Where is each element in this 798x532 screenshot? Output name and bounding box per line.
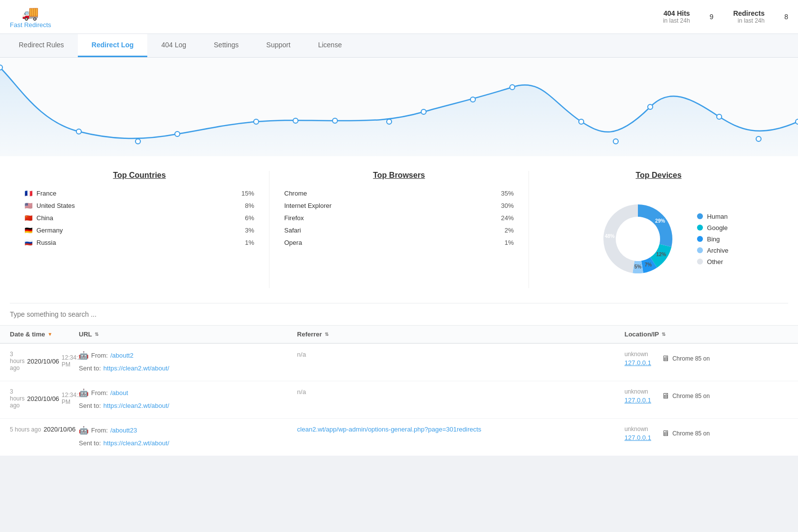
country-row: 🇫🇷 France 15%	[25, 190, 254, 197]
svg-point-4	[254, 119, 259, 124]
country-label: United States	[36, 202, 75, 209]
country-label: Russia	[36, 239, 56, 246]
tab-support[interactable]: Support	[253, 34, 304, 57]
search-input[interactable]	[10, 310, 788, 318]
top-countries: Top Countries 🇫🇷 France 15% 🇺🇸 United St…	[10, 171, 269, 288]
legend-label: Archive	[707, 247, 728, 254]
donut-label: 7%	[645, 262, 652, 267]
tab-license[interactable]: License	[304, 34, 356, 57]
referrer-na: n/a	[297, 388, 306, 396]
url-to-link[interactable]: https://clean2.wt/about/	[103, 402, 169, 409]
legend-item: Bing	[697, 235, 728, 243]
log-location: unknown 127.0.0.1 🖥 Chrome 85 on	[625, 351, 788, 366]
legend-dot	[697, 225, 703, 231]
location-label: unknown	[625, 388, 651, 395]
location-label: unknown	[625, 426, 651, 432]
hits-stat: 404 Hits in last 24h	[663, 9, 690, 24]
search-area[interactable]	[0, 303, 798, 326]
browser-name: Chrome	[284, 190, 307, 197]
country-name: 🇺🇸 United States	[25, 202, 75, 209]
stats-section: Top Countries 🇫🇷 France 15% 🇺🇸 United St…	[0, 156, 798, 303]
location-label: unknown	[625, 351, 651, 358]
sort-icon-url: ⇅	[95, 332, 99, 337]
header: 🚚 Fast Redirects 404 Hits in last 24h 9 …	[0, 0, 798, 34]
browser-name: Opera	[284, 239, 302, 246]
country-pct: 6%	[245, 214, 254, 222]
svg-point-7	[387, 119, 392, 124]
country-pct: 8%	[245, 202, 254, 209]
tab-redirect-log[interactable]: Redirect Log	[78, 34, 148, 57]
url-to: Sent to: https://clean2.wt/about/	[79, 365, 169, 372]
country-row: 🇷🇺 Russia 1%	[25, 239, 254, 246]
url-to-link[interactable]: https://clean2.wt/about/	[103, 439, 169, 447]
top-countries-title: Top Countries	[25, 171, 254, 180]
tab-redirect-rules[interactable]: Redirect Rules	[5, 34, 78, 57]
country-flag: 🇫🇷	[25, 190, 33, 197]
browser-pct: 2%	[504, 227, 514, 234]
col-header-url[interactable]: URL ⇅	[79, 331, 297, 338]
country-label: France	[36, 190, 56, 197]
browser-row: Firefox 24%	[284, 214, 514, 222]
device-label: Chrome 85 on	[672, 393, 710, 399]
url-from-link[interactable]: /about	[110, 389, 128, 397]
logo: 🚚 Fast Redirects	[10, 5, 51, 29]
legend-dot	[697, 236, 703, 242]
svg-point-1	[76, 129, 81, 134]
tab-404-log[interactable]: 404 Log	[147, 34, 200, 57]
browser-row: Safari 2%	[284, 227, 514, 234]
location-ip[interactable]: 127.0.0.1	[625, 434, 651, 441]
legend-item: Google	[697, 224, 728, 232]
url-to-link[interactable]: https://clean2.wt/about/	[103, 365, 169, 372]
location-ip[interactable]: 127.0.0.1	[625, 359, 651, 366]
browser-row: Internet Explorer 30%	[284, 202, 514, 209]
donut-wrapper: 29%12%7%5%48% Human Google Bing Archive …	[544, 190, 773, 288]
browser-name: Safari	[284, 227, 301, 234]
legend-label: Human	[707, 213, 728, 220]
country-name: 🇷🇺 Russia	[25, 239, 56, 246]
url-from: 🤖 From: /about	[79, 388, 128, 398]
url-from: 🤖 From: /aboutt23	[79, 426, 137, 435]
browser-pct: 35%	[501, 190, 514, 197]
country-flag: 🇺🇸	[25, 202, 33, 209]
sort-icon-location: ⇅	[662, 332, 665, 337]
device-info: 🖥 Chrome 85 on	[662, 354, 710, 363]
col-header-datetime[interactable]: Date & time ▼	[10, 331, 79, 338]
browser-pct: 30%	[501, 202, 514, 209]
location-ip[interactable]: 127.0.0.1	[625, 397, 651, 404]
donut-label: 12%	[657, 252, 666, 257]
redirects-title: Redirects	[733, 9, 765, 17]
svg-point-3	[175, 132, 180, 136]
browser-pct: 24%	[501, 214, 514, 222]
donut-segment	[638, 204, 672, 247]
url-to-label: Sent to:	[79, 439, 101, 447]
url-from-link[interactable]: /aboutt23	[110, 427, 137, 434]
log-url: 🤖 From: /aboutt23 Sent to: https://clean…	[79, 426, 297, 449]
tab-settings[interactable]: Settings	[200, 34, 253, 57]
url-to: Sent to: https://clean2.wt/about/	[79, 402, 169, 409]
logo-icon: 🚚	[22, 5, 39, 21]
browser-row: Chrome 35%	[284, 190, 514, 197]
table-row: 3 hours ago 2020/10/06 12:34:23 PM 🤖 Fro…	[0, 344, 798, 381]
country-row: 🇩🇪 Germany 3%	[25, 227, 254, 234]
browser-label: Internet Explorer	[284, 202, 332, 209]
top-browsers: Top Browsers Chrome 35% Internet Explore…	[269, 171, 529, 288]
log-referrer: n/a	[297, 388, 625, 396]
svg-point-5	[293, 118, 298, 123]
svg-point-15	[756, 136, 761, 141]
referrer-link[interactable]: clean2.wt/app/wp-admin/options-general.p…	[297, 426, 481, 433]
url-from-link[interactable]: /aboutt2	[110, 352, 133, 359]
url-from-label: From:	[91, 389, 108, 397]
top-devices-title: Top Devices	[544, 171, 773, 180]
line-chart	[0, 58, 798, 156]
url-from-label: From:	[91, 352, 108, 359]
browser-label: Chrome	[284, 190, 307, 197]
col-header-location[interactable]: Location/IP ⇅	[625, 331, 788, 338]
log-datetime: 5 hours ago 2020/10/06	[10, 426, 79, 433]
country-name: 🇩🇪 Germany	[25, 227, 63, 234]
time-ago: 3 hours ago	[10, 388, 25, 409]
hits-title: 404 Hits	[663, 9, 690, 17]
browser-name: Firefox	[284, 214, 304, 222]
browser-name: Internet Explorer	[284, 202, 332, 209]
col-header-referrer[interactable]: Referrer ⇅	[297, 331, 625, 338]
date-main: 2020/10/06	[27, 395, 59, 402]
